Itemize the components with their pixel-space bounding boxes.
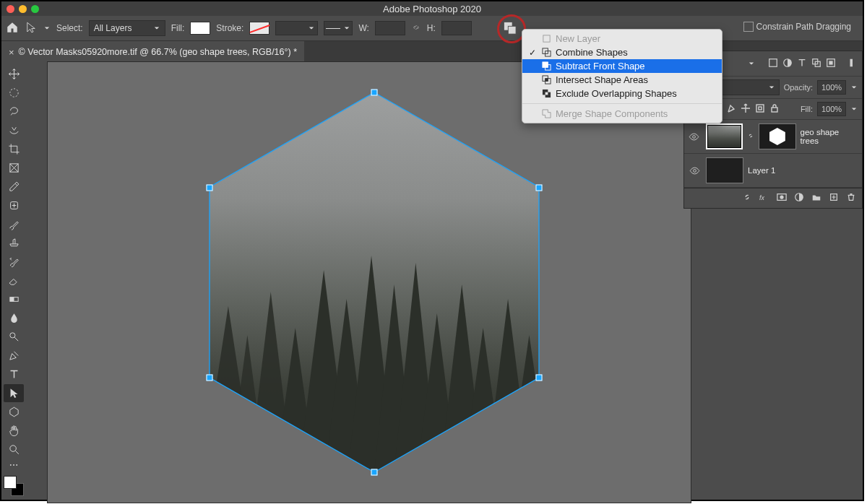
- lock-pixels-icon[interactable]: [726, 103, 736, 115]
- home-icon[interactable]: [6, 21, 19, 36]
- visibility-toggle[interactable]: [687, 131, 702, 142]
- menu-item-intersect-shape-areas[interactable]: Intersect Shape Areas: [522, 73, 722, 87]
- path-selection-cursor-icon[interactable]: [25, 21, 38, 36]
- filter-adjust-icon[interactable]: [782, 58, 793, 69]
- stroke-style-dropdown[interactable]: [324, 21, 353, 35]
- layer-thumbnail[interactable]: [706, 123, 743, 149]
- layer-filter-dropdown[interactable]: [748, 60, 755, 67]
- move-tool[interactable]: [4, 65, 24, 83]
- layer-name[interactable]: geo shape trees: [801, 128, 859, 145]
- opacity-value-field[interactable]: 100%: [817, 80, 846, 95]
- frame-tool[interactable]: [4, 159, 24, 177]
- window-titlebar: Adobe Photoshop 2020: [1, 1, 863, 16]
- constrain-path-dragging-checkbox[interactable]: Constrain Path Dragging: [743, 22, 851, 32]
- svg-text:fx: fx: [759, 194, 764, 201]
- document-tab[interactable]: × © Vector Masks05920more.tif @ 66.7% (g…: [1, 41, 304, 63]
- svg-rect-24: [756, 105, 764, 112]
- hand-tool[interactable]: [4, 422, 24, 440]
- menu-item-label: New Layer: [556, 33, 600, 44]
- zoom-tool[interactable]: [4, 440, 24, 459]
- svg-rect-13: [769, 59, 777, 67]
- height-label: H:: [427, 23, 436, 33]
- svg-point-11: [16, 464, 17, 466]
- menu-item-subtract-front-shape[interactable]: Subtract Front Shape: [522, 59, 722, 73]
- dodge-tool[interactable]: [4, 328, 24, 346]
- svg-rect-1: [508, 26, 516, 34]
- new-layer-icon[interactable]: [829, 192, 839, 204]
- type-tool[interactable]: [4, 365, 24, 383]
- eraser-tool[interactable]: [4, 271, 24, 290]
- group-layers-icon[interactable]: [811, 192, 821, 204]
- options-bar: Select: All Layers Fill: Stroke: W: H:: [1, 16, 863, 41]
- layer-row-geo-shape-trees[interactable]: geo shape trees: [684, 120, 862, 154]
- blur-tool[interactable]: [4, 309, 24, 327]
- layer-name[interactable]: Layer 1: [748, 166, 775, 175]
- pen-tool[interactable]: [4, 347, 24, 365]
- filter-toggle-icon[interactable]: [847, 58, 858, 69]
- menu-item-label: Intersect Shape Areas: [556, 74, 648, 85]
- edit-toolbar-button[interactable]: [4, 459, 24, 471]
- menu-item-label: Combine Shapes: [556, 47, 628, 58]
- constrain-label: Constrain Path Dragging: [756, 22, 851, 32]
- menu-item-new-layer[interactable]: New Layer: [522, 32, 722, 45]
- select-label: Select:: [56, 23, 83, 33]
- stroke-swatch[interactable]: [249, 22, 269, 35]
- path-selection-tool[interactable]: [4, 384, 24, 402]
- menu-item-label: Exclude Overlapping Shapes: [556, 88, 677, 99]
- add-mask-icon[interactable]: [777, 192, 787, 204]
- filter-pixel-icon[interactable]: [768, 58, 778, 69]
- menu-item-combine-shapes[interactable]: ✓ Combine Shapes: [522, 45, 722, 59]
- marquee-tool[interactable]: [4, 84, 24, 102]
- quick-select-tool[interactable]: [4, 121, 24, 139]
- crop-tool[interactable]: [4, 140, 24, 158]
- lock-position-icon[interactable]: [741, 103, 751, 115]
- layers-panel-footer: fx: [684, 188, 862, 208]
- opacity-dropdown[interactable]: [850, 84, 858, 91]
- foreground-background-swatch[interactable]: [4, 476, 24, 496]
- opacity-label: Opacity:: [784, 83, 813, 92]
- adjustment-layer-icon[interactable]: [794, 192, 804, 204]
- healing-brush-tool[interactable]: [4, 196, 24, 214]
- filter-type-icon[interactable]: [797, 58, 807, 69]
- shape-width-field[interactable]: [375, 21, 405, 35]
- history-brush-tool[interactable]: [4, 253, 24, 271]
- eyedropper-tool[interactable]: [4, 178, 24, 196]
- lasso-tool[interactable]: [4, 103, 24, 121]
- fill-dropdown[interactable]: [850, 105, 858, 113]
- lock-all-icon[interactable]: [769, 103, 780, 115]
- gradient-tool[interactable]: [4, 290, 24, 308]
- menu-item-merge-shape-components[interactable]: Merge Shape Components: [522, 107, 722, 121]
- svg-point-2: [9, 89, 17, 97]
- shape-tool[interactable]: [4, 403, 24, 421]
- mask-link-icon[interactable]: [747, 132, 754, 141]
- fill-swatch[interactable]: [190, 22, 210, 35]
- link-wh-icon[interactable]: [411, 22, 421, 35]
- svg-point-6: [9, 333, 14, 338]
- vector-mask-thumbnail[interactable]: [759, 123, 795, 149]
- svg-rect-34: [543, 35, 549, 42]
- lock-artboard-icon[interactable]: [755, 103, 765, 115]
- brush-tool[interactable]: [4, 215, 24, 233]
- layer-fx-icon[interactable]: fx: [759, 192, 769, 204]
- delete-layer-icon[interactable]: [846, 192, 856, 204]
- menu-item-exclude-overlapping[interactable]: Exclude Overlapping Shapes: [522, 87, 722, 100]
- document-canvas[interactable]: [48, 62, 691, 503]
- tool-preset-dropdown[interactable]: [43, 25, 51, 32]
- close-tab-icon[interactable]: ×: [9, 47, 14, 58]
- path-operations-button[interactable]: [502, 20, 518, 36]
- filter-shape-icon[interactable]: [811, 58, 821, 69]
- link-layers-icon[interactable]: [742, 192, 752, 204]
- layer-thumbnail[interactable]: [706, 157, 743, 183]
- svg-rect-25: [759, 107, 762, 110]
- svg-marker-7: [9, 407, 17, 417]
- select-mode-dropdown[interactable]: All Layers: [89, 20, 165, 36]
- layer-fill-value-field[interactable]: 100%: [817, 102, 846, 116]
- menu-item-label: Merge Shape Components: [556, 108, 668, 119]
- stroke-width-field[interactable]: [275, 21, 318, 35]
- shape-height-field[interactable]: [441, 21, 472, 35]
- menu-item-label: Subtract Front Shape: [556, 61, 645, 71]
- visibility-toggle[interactable]: [687, 165, 702, 176]
- filter-smart-icon[interactable]: [826, 58, 836, 69]
- layer-row-layer-1[interactable]: Layer 1: [684, 154, 862, 188]
- clone-stamp-tool[interactable]: [4, 234, 24, 252]
